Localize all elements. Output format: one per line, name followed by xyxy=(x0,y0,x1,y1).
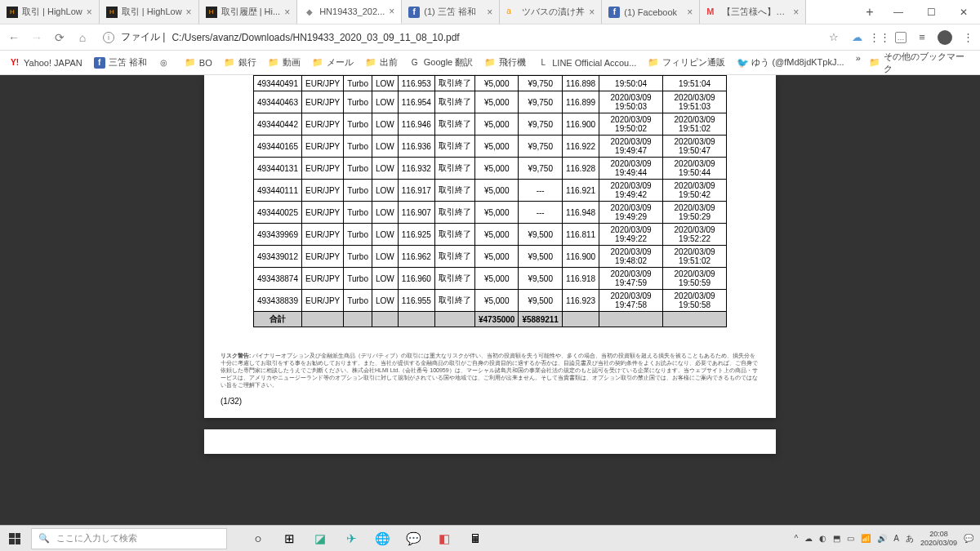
tab-close-icon[interactable]: × xyxy=(487,7,492,18)
table-cell: 取引終了 xyxy=(434,158,474,180)
bookmark-item[interactable]: f三笘 裕和 xyxy=(90,55,151,70)
bookmark-item[interactable]: 📁銀行 xyxy=(220,55,261,70)
star-icon[interactable]: ☆ xyxy=(826,30,841,45)
bookmark-item[interactable]: 📁飛行機 xyxy=(480,55,530,70)
cortana-icon[interactable]: ○ xyxy=(243,526,273,552)
tab-close-icon[interactable]: × xyxy=(687,7,693,18)
bookmark-item[interactable]: 🐦ゆう (@fMd8jdKTpkJ... xyxy=(733,55,848,70)
table-cell: EUR/JPY xyxy=(301,136,343,158)
bookmark-item[interactable]: 📁フィリピン通販 xyxy=(644,55,729,70)
bookmark-item[interactable]: 📁メール xyxy=(308,55,358,70)
page-indicator: (1/32) xyxy=(204,393,776,410)
trade-table: 493440491EUR/JPYTurboLOW116.953取引終了¥5,00… xyxy=(253,75,727,327)
table-cell: ¥5,000 xyxy=(474,180,519,202)
battery-icon[interactable]: ▭ xyxy=(847,534,854,543)
new-tab-button[interactable]: + xyxy=(858,0,882,24)
table-cell: LOW xyxy=(372,136,398,158)
bookmark-label: LINE Official Accou... xyxy=(552,58,636,68)
close-window-button[interactable]: ✕ xyxy=(947,0,980,24)
tab-favicon: H xyxy=(106,7,118,18)
table-cell: Turbo xyxy=(344,290,372,312)
clock[interactable]: 20:082020/03/09 xyxy=(920,530,957,548)
ime2-icon[interactable]: あ xyxy=(906,533,914,544)
ext3-icon[interactable]: … xyxy=(895,32,906,43)
tab-close-icon[interactable]: × xyxy=(389,6,394,17)
taskview-icon[interactable]: ⊞ xyxy=(274,526,304,552)
maximize-button[interactable]: ☐ xyxy=(915,0,947,24)
table-row: 493440111EUR/JPYTurboLOW116.917取引終了¥5,00… xyxy=(253,180,726,202)
ext4-icon[interactable]: ≡ xyxy=(915,30,929,45)
table-cell: EUR/JPY xyxy=(301,246,343,268)
chrome-icon[interactable]: 🌐 xyxy=(368,526,397,552)
bookmark-item[interactable]: 📁動画 xyxy=(264,55,305,70)
search-placeholder: ここに入力して検索 xyxy=(56,532,137,544)
profile-avatar[interactable] xyxy=(938,30,952,45)
app1-icon[interactable]: ◪ xyxy=(305,526,335,552)
back-button[interactable]: ← xyxy=(5,29,23,47)
bookmark-item[interactable]: GGoogle 翻訳 xyxy=(405,55,478,70)
tab-close-icon[interactable]: × xyxy=(284,7,290,18)
browser-tab[interactable]: H取引 | HighLow× xyxy=(0,0,100,24)
bookmarks-more[interactable]: » 📁 その他のブックマーク xyxy=(852,51,975,75)
bookmark-label: ゆう (@fMd8jdKTpkJ... xyxy=(751,56,844,69)
line-icon[interactable]: 💬 xyxy=(399,526,428,552)
pdf-viewer[interactable]: 493440491EUR/JPYTurboLOW116.953取引終了¥5,00… xyxy=(0,75,980,529)
bookmark-item[interactable]: Y!Yahoo! JAPAN xyxy=(5,56,87,70)
home-button[interactable]: ⌂ xyxy=(74,29,91,47)
bookmark-item[interactable]: LLINE Official Accou... xyxy=(533,56,640,70)
volume-icon[interactable]: 🔊 xyxy=(877,534,887,543)
url-field[interactable]: i ファイル | C:/Users/avanz/Downloads/HN1943… xyxy=(96,30,822,44)
wifi-icon[interactable]: 📶 xyxy=(861,534,871,543)
bookmark-item[interactable]: 📁出前 xyxy=(361,55,402,70)
tab-close-icon[interactable]: × xyxy=(87,7,92,18)
tab-close-icon[interactable]: × xyxy=(793,7,799,18)
table-cell: EUR/JPY xyxy=(301,113,343,136)
browser-tab[interactable]: f(1) Facebook× xyxy=(602,0,700,24)
system-tray: ^ ☁ ◐ ⬒ ▭ 📶 🔊 A あ 20:082020/03/09 💬 xyxy=(788,530,980,548)
menu-icon[interactable]: ⋮ xyxy=(960,30,975,45)
tab-close-icon[interactable]: × xyxy=(186,7,192,18)
forward-button[interactable]: → xyxy=(28,29,46,47)
table-cell: LOW xyxy=(372,158,398,180)
browser-tab[interactable]: M【三笘様へ】ご...× xyxy=(700,0,806,24)
task-icons: ○ ⊞ ◪ ✈ 🌐 💬 ◧ 🖩 xyxy=(243,526,490,552)
table-cell: EUR/JPY xyxy=(301,290,343,312)
table-cell: ¥9,500 xyxy=(519,246,563,268)
ime-icon[interactable]: A xyxy=(893,534,899,543)
table-cell: ¥5,000 xyxy=(474,246,519,268)
table-cell: 116.928 xyxy=(562,158,599,180)
notification-icon[interactable]: 💬 xyxy=(964,534,973,543)
start-button[interactable] xyxy=(0,526,29,552)
table-cell: 2020/03/0919:47:58 xyxy=(599,290,663,312)
tray-ico2[interactable]: ⬒ xyxy=(833,534,840,543)
browser-tab[interactable]: aツバスの漬け丼× xyxy=(500,0,602,24)
table-cell: --- xyxy=(519,202,563,224)
table-cell: 2020/03/0919:49:29 xyxy=(599,202,663,224)
telegram-icon[interactable]: ✈ xyxy=(336,526,366,552)
taskbar-search[interactable]: 🔍 ここに入力して検索 xyxy=(31,528,227,549)
calc-icon[interactable]: 🖩 xyxy=(461,526,490,552)
browser-tab[interactable]: H取引 | HighLow× xyxy=(100,0,199,24)
bookmark-item[interactable]: ◎ xyxy=(154,56,177,70)
browser-tab[interactable]: H取引履歴 | Hi...× xyxy=(199,0,298,24)
table-cell: 493438874 xyxy=(253,268,301,290)
site-info-icon[interactable]: i xyxy=(103,32,114,43)
table-cell: 116.925 xyxy=(398,224,434,246)
table-cell: EUR/JPY xyxy=(301,202,343,224)
table-cell: LOW xyxy=(372,113,398,136)
table-cell: ¥5,000 xyxy=(474,76,519,91)
browser-tab[interactable]: ◆HN19433_202...× xyxy=(297,0,402,24)
office-icon[interactable]: ◧ xyxy=(430,526,459,552)
tab-close-icon[interactable]: × xyxy=(589,7,595,18)
tray-ico1[interactable]: ◐ xyxy=(819,534,826,543)
ext2-icon[interactable]: ⋮⋮ xyxy=(872,30,887,45)
browser-tab[interactable]: f(1) 三笘 裕和× xyxy=(402,0,500,24)
bookmark-label: フィリピン通販 xyxy=(662,56,725,69)
table-cell: 2020/03/0919:51:02 xyxy=(663,246,727,268)
reload-button[interactable]: ⟳ xyxy=(51,29,69,47)
onedrive-icon[interactable]: ☁ xyxy=(804,534,813,543)
minimize-button[interactable]: — xyxy=(882,0,915,24)
bookmark-item[interactable]: 📁BO xyxy=(180,56,216,70)
tray-up-icon[interactable]: ^ xyxy=(795,534,799,543)
ext1-icon[interactable]: ☁ xyxy=(849,30,864,45)
